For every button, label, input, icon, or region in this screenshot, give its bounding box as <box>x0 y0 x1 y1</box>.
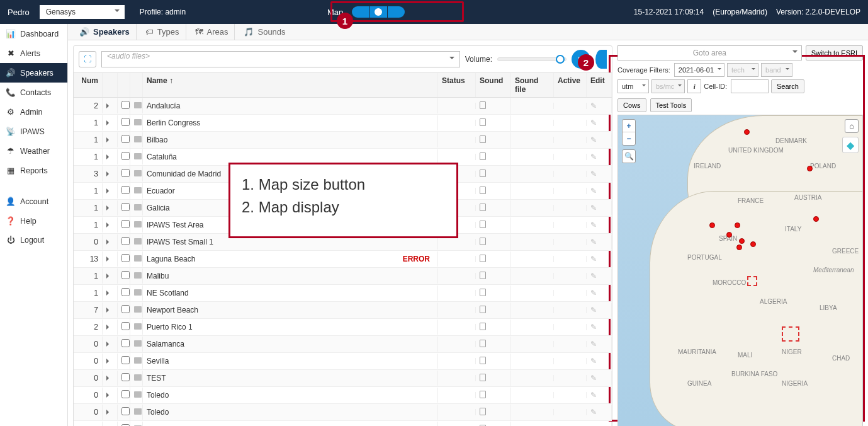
sidebar-item-logout[interactable]: ⏻Logout <box>0 231 67 250</box>
zoom-in-icon[interactable]: + <box>623 120 635 132</box>
cell-sound[interactable] <box>476 251 511 267</box>
cell-sound[interactable] <box>476 354 511 369</box>
table-row[interactable]: 1Berlin Congress✎ <box>74 115 612 132</box>
col-num[interactable]: Num <box>74 73 103 97</box>
edit-icon[interactable]: ✎ <box>587 132 612 147</box>
sidebar-item-help[interactable]: ❓Help <box>0 211 67 231</box>
table-row[interactable]: 0Sevilla✎ <box>74 353 612 370</box>
bsmc-dropdown[interactable]: bs/mc <box>651 79 685 93</box>
edit-icon[interactable]: ✎ <box>587 98 612 113</box>
cell-sound[interactable] <box>476 320 511 335</box>
row-checkbox[interactable] <box>118 200 130 216</box>
next-button[interactable] <box>595 50 607 69</box>
table-row[interactable]: 1Malibu✎ <box>74 268 612 285</box>
test-tools-button[interactable]: Test Tools <box>650 98 692 112</box>
table-row[interactable]: 0TEST✎ <box>74 370 612 387</box>
expand-icon[interactable] <box>103 354 118 369</box>
expand-icon[interactable] <box>103 320 118 335</box>
expand-icon[interactable] <box>103 268 118 284</box>
expand-icon[interactable] <box>103 149 118 164</box>
row-checkbox[interactable] <box>118 115 130 131</box>
map-marker[interactable] <box>709 222 715 228</box>
switch-esri-button[interactable]: Switch to ESRI <box>806 45 863 60</box>
row-checkbox[interactable] <box>118 98 130 114</box>
map-search-icon[interactable]: 🔍 <box>622 149 636 163</box>
cell-sound[interactable] <box>476 302 511 318</box>
cell-sound[interactable] <box>476 149 511 165</box>
edit-icon[interactable]: ✎ <box>587 149 612 164</box>
edit-icon[interactable]: ✎ <box>587 302 612 318</box>
volume-slider[interactable] <box>497 57 566 61</box>
row-checkbox[interactable] <box>118 251 130 267</box>
map-size-slider[interactable] <box>352 6 405 18</box>
map-marker[interactable] <box>750 241 756 247</box>
sidebar-item-account[interactable]: 👤Account <box>0 192 67 211</box>
cell-sound[interactable] <box>476 371 511 386</box>
map-zoom-controls[interactable]: + − <box>622 119 636 146</box>
date-dropdown[interactable]: 2021-06-01 <box>674 63 724 77</box>
row-checkbox[interactable] <box>118 421 130 426</box>
expand-icon[interactable] <box>103 302 118 318</box>
table-row[interactable]: 0Salamanca✎ <box>74 336 612 353</box>
cell-sound[interactable] <box>476 183 511 199</box>
table-row[interactable]: 7Newport Beach✎ <box>74 302 612 319</box>
row-checkbox[interactable] <box>118 285 130 301</box>
table-row[interactable]: 0Toledo✎ <box>74 387 612 404</box>
expand-icon[interactable] <box>103 217 118 233</box>
edit-icon[interactable]: ✎ <box>587 268 612 284</box>
edit-icon[interactable]: ✎ <box>587 405 612 420</box>
sidebar-item-contacts[interactable]: 📞Contacts <box>0 83 67 102</box>
col-edit[interactable]: Edit <box>587 73 612 97</box>
map-marker[interactable] <box>739 238 745 244</box>
row-checkbox[interactable] <box>118 217 130 233</box>
edit-icon[interactable]: ✎ <box>587 320 612 335</box>
col-status[interactable]: Status <box>438 73 476 97</box>
tech-dropdown[interactable]: tech <box>727 63 758 77</box>
map-marker[interactable] <box>726 232 732 238</box>
col-active[interactable]: Active <box>554 73 587 97</box>
cell-sound[interactable] <box>476 405 511 420</box>
edit-icon[interactable]: ✎ <box>587 200 612 216</box>
home-icon[interactable]: ⌂ <box>845 119 859 133</box>
sidebar-item-weather[interactable]: ☂Weather <box>0 141 67 161</box>
map-marker[interactable] <box>735 222 740 228</box>
edit-icon[interactable]: ✎ <box>587 115 612 130</box>
tab-sounds[interactable]: 🎵Sounds <box>237 24 291 40</box>
expand-icon[interactable] <box>103 371 118 386</box>
audio-files-dropdown[interactable]: <audio files> <box>101 51 460 67</box>
search-button[interactable]: Search <box>771 79 804 93</box>
sidebar-item-reports[interactable]: ▦Reports <box>0 161 67 180</box>
expand-icon[interactable] <box>103 183 118 199</box>
sidebar-item-dashboard[interactable]: 📊Dashboard <box>0 24 67 43</box>
expand-icon[interactable] <box>103 422 118 426</box>
cell-sound[interactable] <box>476 285 511 301</box>
map-selection[interactable] <box>782 326 799 342</box>
sidebar-item-ipaws[interactable]: 📡IPAWS <box>0 122 67 141</box>
row-checkbox[interactable] <box>118 370 130 386</box>
zoom-out-icon[interactable]: − <box>623 132 635 145</box>
expand-icon[interactable] <box>103 98 118 113</box>
col-sound[interactable]: Sound <box>476 73 511 97</box>
edit-icon[interactable]: ✎ <box>587 166 612 181</box>
cell-sound[interactable] <box>476 422 511 427</box>
row-checkbox[interactable] <box>118 234 130 250</box>
info-icon[interactable]: i <box>687 79 701 93</box>
map-display[interactable]: + − 🔍 ⌂ ◆ UNITED KINGDOM IRELAND DENMARK… <box>617 115 863 426</box>
edit-icon[interactable]: ✎ <box>587 217 612 233</box>
sidebar-item-admin[interactable]: ⚙Admin <box>0 102 67 122</box>
org-dropdown[interactable]: Genasys <box>40 5 125 19</box>
cell-sound[interactable] <box>476 132 511 148</box>
row-checkbox[interactable] <box>118 404 130 420</box>
edit-icon[interactable]: ✎ <box>587 251 612 267</box>
row-checkbox[interactable] <box>118 149 130 165</box>
expand-icon[interactable]: ⛶ <box>79 51 96 67</box>
map-marker[interactable] <box>736 245 742 250</box>
tab-speakers[interactable]: 🔊Speakers <box>73 24 137 40</box>
utm-dropdown[interactable]: utm <box>617 79 649 93</box>
goto-area-dropdown[interactable]: Goto area <box>617 45 802 60</box>
row-checkbox[interactable] <box>118 302 130 318</box>
row-checkbox[interactable] <box>118 353 130 369</box>
edit-icon[interactable]: ✎ <box>587 354 612 369</box>
map-selection[interactable] <box>747 276 757 286</box>
table-row[interactable]: 2Andalucía✎ <box>74 98 612 115</box>
